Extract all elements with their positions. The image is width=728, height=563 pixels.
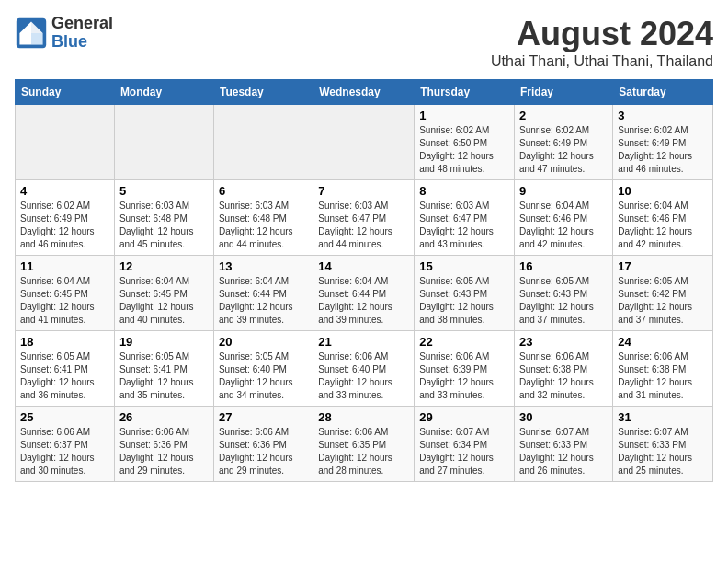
day-number: 27 <box>219 410 308 424</box>
calendar-cell: 5Sunrise: 6:03 AM Sunset: 6:48 PM Daylig… <box>114 180 213 256</box>
calendar-cell: 12Sunrise: 6:04 AM Sunset: 6:45 PM Dayli… <box>114 256 213 331</box>
svg-marker-2 <box>31 33 43 45</box>
subtitle: Uthai Thani, Uthai Thani, Thailand <box>491 53 713 70</box>
day-number: 9 <box>519 184 608 198</box>
calendar-cell: 15Sunrise: 6:05 AM Sunset: 6:43 PM Dayli… <box>415 256 515 331</box>
logo: General Blue <box>15 15 113 52</box>
day-number: 18 <box>20 335 109 349</box>
logo-text: General Blue <box>51 15 113 52</box>
calendar-cell: 14Sunrise: 6:04 AM Sunset: 6:44 PM Dayli… <box>313 256 415 331</box>
day-number: 2 <box>519 109 608 122</box>
calendar-week-row: 1Sunrise: 6:02 AM Sunset: 6:50 PM Daylig… <box>16 105 713 180</box>
day-info: Sunrise: 6:02 AM Sunset: 6:49 PM Dayligh… <box>519 124 608 176</box>
calendar-cell: 23Sunrise: 6:06 AM Sunset: 6:38 PM Dayli… <box>515 331 613 407</box>
day-info: Sunrise: 6:06 AM Sunset: 6:39 PM Dayligh… <box>419 350 509 402</box>
day-number: 25 <box>20 410 109 424</box>
calendar-cell: 9Sunrise: 6:04 AM Sunset: 6:46 PM Daylig… <box>515 180 613 256</box>
calendar-cell: 28Sunrise: 6:06 AM Sunset: 6:35 PM Dayli… <box>313 407 415 482</box>
day-number: 5 <box>119 184 209 198</box>
day-number: 15 <box>419 259 509 273</box>
calendar-cell: 27Sunrise: 6:06 AM Sunset: 6:36 PM Dayli… <box>213 407 313 482</box>
day-info: Sunrise: 6:03 AM Sunset: 6:48 PM Dayligh… <box>119 200 209 251</box>
day-info: Sunrise: 6:02 AM Sunset: 6:49 PM Dayligh… <box>20 200 109 251</box>
day-number: 16 <box>519 259 608 273</box>
calendar-cell: 7Sunrise: 6:03 AM Sunset: 6:47 PM Daylig… <box>313 180 415 256</box>
weekday-header-thursday: Thursday <box>415 80 515 105</box>
calendar-week-row: 4Sunrise: 6:02 AM Sunset: 6:49 PM Daylig… <box>16 180 713 256</box>
day-number: 26 <box>119 410 209 424</box>
day-info: Sunrise: 6:04 AM Sunset: 6:45 PM Dayligh… <box>119 275 209 327</box>
day-number: 20 <box>219 335 308 349</box>
day-number: 19 <box>119 335 209 349</box>
weekday-header-monday: Monday <box>114 80 213 105</box>
day-info: Sunrise: 6:05 AM Sunset: 6:41 PM Dayligh… <box>119 350 209 402</box>
calendar-cell <box>313 105 415 180</box>
day-info: Sunrise: 6:04 AM Sunset: 6:44 PM Dayligh… <box>219 275 308 327</box>
day-info: Sunrise: 6:06 AM Sunset: 6:37 PM Dayligh… <box>20 426 109 477</box>
day-number: 31 <box>618 410 708 424</box>
day-info: Sunrise: 6:06 AM Sunset: 6:38 PM Dayligh… <box>618 350 708 402</box>
weekday-header-sunday: Sunday <box>16 80 115 105</box>
calendar-cell: 13Sunrise: 6:04 AM Sunset: 6:44 PM Dayli… <box>213 256 313 331</box>
day-number: 13 <box>219 259 308 273</box>
day-number: 12 <box>119 259 209 273</box>
calendar-cell: 31Sunrise: 6:07 AM Sunset: 6:33 PM Dayli… <box>613 407 713 482</box>
day-info: Sunrise: 6:07 AM Sunset: 6:33 PM Dayligh… <box>618 426 708 477</box>
logo-line1: General <box>51 15 113 33</box>
day-info: Sunrise: 6:03 AM Sunset: 6:47 PM Dayligh… <box>419 200 509 251</box>
calendar-cell: 21Sunrise: 6:06 AM Sunset: 6:40 PM Dayli… <box>313 331 415 407</box>
day-number: 29 <box>419 410 509 424</box>
calendar-cell <box>213 105 313 180</box>
day-number: 7 <box>318 184 409 198</box>
calendar-cell: 25Sunrise: 6:06 AM Sunset: 6:37 PM Dayli… <box>16 407 115 482</box>
calendar-cell: 10Sunrise: 6:04 AM Sunset: 6:46 PM Dayli… <box>613 180 713 256</box>
weekday-header-wednesday: Wednesday <box>313 80 415 105</box>
day-number: 28 <box>318 410 409 424</box>
calendar-cell: 30Sunrise: 6:07 AM Sunset: 6:33 PM Dayli… <box>515 407 613 482</box>
day-info: Sunrise: 6:05 AM Sunset: 6:40 PM Dayligh… <box>219 350 308 402</box>
calendar-cell: 20Sunrise: 6:05 AM Sunset: 6:40 PM Dayli… <box>213 331 313 407</box>
calendar-cell <box>114 105 213 180</box>
calendar-cell: 8Sunrise: 6:03 AM Sunset: 6:47 PM Daylig… <box>415 180 515 256</box>
day-number: 1 <box>419 109 509 122</box>
calendar-table: SundayMondayTuesdayWednesdayThursdayFrid… <box>15 79 713 482</box>
day-info: Sunrise: 6:04 AM Sunset: 6:46 PM Dayligh… <box>519 200 608 251</box>
calendar-cell: 24Sunrise: 6:06 AM Sunset: 6:38 PM Dayli… <box>613 331 713 407</box>
day-info: Sunrise: 6:03 AM Sunset: 6:48 PM Dayligh… <box>219 200 308 251</box>
day-number: 30 <box>519 410 608 424</box>
day-info: Sunrise: 6:02 AM Sunset: 6:49 PM Dayligh… <box>618 124 708 176</box>
calendar-week-row: 25Sunrise: 6:06 AM Sunset: 6:37 PM Dayli… <box>16 407 713 482</box>
calendar-cell: 11Sunrise: 6:04 AM Sunset: 6:45 PM Dayli… <box>16 256 115 331</box>
day-number: 14 <box>318 259 409 273</box>
page-header: General Blue August 2024 Uthai Thani, Ut… <box>15 15 713 70</box>
calendar-cell: 4Sunrise: 6:02 AM Sunset: 6:49 PM Daylig… <box>16 180 115 256</box>
day-number: 24 <box>618 335 708 349</box>
calendar-cell: 17Sunrise: 6:05 AM Sunset: 6:42 PM Dayli… <box>613 256 713 331</box>
day-info: Sunrise: 6:05 AM Sunset: 6:43 PM Dayligh… <box>519 275 608 327</box>
day-number: 22 <box>419 335 509 349</box>
day-number: 3 <box>618 109 708 122</box>
day-number: 23 <box>519 335 608 349</box>
day-number: 4 <box>20 184 109 198</box>
weekday-header-friday: Friday <box>515 80 613 105</box>
weekday-header-row: SundayMondayTuesdayWednesdayThursdayFrid… <box>16 80 713 105</box>
day-number: 10 <box>618 184 708 198</box>
day-number: 17 <box>618 259 708 273</box>
day-info: Sunrise: 6:07 AM Sunset: 6:33 PM Dayligh… <box>519 426 608 477</box>
calendar-cell: 18Sunrise: 6:05 AM Sunset: 6:41 PM Dayli… <box>16 331 115 407</box>
day-info: Sunrise: 6:02 AM Sunset: 6:50 PM Dayligh… <box>419 124 509 176</box>
day-info: Sunrise: 6:03 AM Sunset: 6:47 PM Dayligh… <box>318 200 409 251</box>
calendar-cell <box>16 105 115 180</box>
day-number: 11 <box>20 259 109 273</box>
calendar-cell: 29Sunrise: 6:07 AM Sunset: 6:34 PM Dayli… <box>415 407 515 482</box>
weekday-header-saturday: Saturday <box>613 80 713 105</box>
day-number: 8 <box>419 184 509 198</box>
day-number: 21 <box>318 335 409 349</box>
calendar-cell: 16Sunrise: 6:05 AM Sunset: 6:43 PM Dayli… <box>515 256 613 331</box>
calendar-cell: 6Sunrise: 6:03 AM Sunset: 6:48 PM Daylig… <box>213 180 313 256</box>
weekday-header-tuesday: Tuesday <box>213 80 313 105</box>
day-info: Sunrise: 6:05 AM Sunset: 6:43 PM Dayligh… <box>419 275 509 327</box>
day-info: Sunrise: 6:04 AM Sunset: 6:46 PM Dayligh… <box>618 200 708 251</box>
calendar-cell: 2Sunrise: 6:02 AM Sunset: 6:49 PM Daylig… <box>515 105 613 180</box>
day-info: Sunrise: 6:07 AM Sunset: 6:34 PM Dayligh… <box>419 426 509 477</box>
